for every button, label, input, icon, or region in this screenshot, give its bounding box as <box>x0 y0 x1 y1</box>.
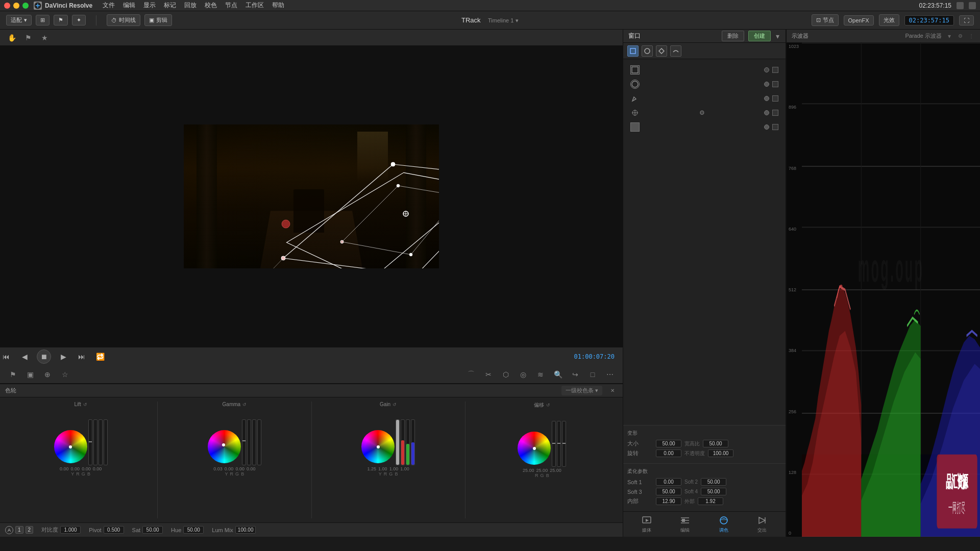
tracker-create-btn[interactable]: 创建 <box>748 31 771 41</box>
blur-tool[interactable]: ≋ <box>534 368 547 381</box>
prev-frame-btn[interactable]: ◀ <box>18 350 31 363</box>
tracker-delete-btn[interactable]: 删除 <box>722 31 744 41</box>
inner-value[interactable]: 12.90 <box>656 497 681 505</box>
menu-workspace[interactable]: 工作区 <box>246 1 264 10</box>
rect-tool-btn[interactable] <box>627 45 639 57</box>
sat-value[interactable]: 50.00 <box>142 526 163 534</box>
rotate-value[interactable]: 0.00 <box>656 449 681 457</box>
shape-checkbox-5[interactable] <box>772 124 778 130</box>
shape-toggle-1[interactable] <box>764 67 769 72</box>
hue-value[interactable]: 50.00 <box>183 526 204 534</box>
curve-tool-btn[interactable] <box>670 45 681 57</box>
workspace-selector[interactable]: 适配 ▾ <box>6 15 32 26</box>
output-tab-btn[interactable]: 交出 <box>757 515 767 534</box>
soft1-value[interactable]: 0.00 <box>656 478 681 486</box>
size-value-1[interactable]: 50.00 <box>656 440 681 447</box>
menu-mark[interactable]: 标记 <box>164 1 176 10</box>
media-tab-btn[interactable]: 媒体 <box>642 515 652 534</box>
star-tool-btn[interactable]: ★ <box>38 31 51 44</box>
filter-tool[interactable]: ⋯ <box>603 368 617 381</box>
copy-btn[interactable]: ⊕ <box>41 368 54 381</box>
diamond-tool-btn[interactable] <box>656 45 667 57</box>
tracker-tool[interactable]: ◎ <box>517 368 530 381</box>
menu-bar[interactable]: 文件 编辑 显示 标记 回放 校色 节点 工作区 帮助 <box>103 1 284 10</box>
shape-toggle-3[interactable] <box>764 96 769 101</box>
shape-item-rect[interactable] <box>627 63 781 77</box>
node-indicator-2[interactable]: 2 <box>26 526 34 534</box>
color-mode-selector[interactable]: 一级校色条 ▾ <box>561 386 602 395</box>
clips-btn[interactable]: ▣ <box>23 368 37 381</box>
offset-wheel[interactable] <box>518 432 551 465</box>
shape-item-pen[interactable] <box>627 92 781 105</box>
toolbar-star[interactable]: ✦ <box>72 15 86 26</box>
loop-btn[interactable]: 🔁 <box>94 350 106 363</box>
node-btn[interactable]: ⊡ 节点 <box>812 14 839 26</box>
shape-toggle-4[interactable] <box>764 110 769 115</box>
key-tool[interactable]: 🔍 <box>551 368 565 381</box>
stills-tool[interactable]: □ <box>586 368 599 381</box>
window-tool[interactable]: ⬡ <box>499 368 512 381</box>
lift-wheel[interactable] <box>54 430 87 463</box>
menu-color[interactable]: 校色 <box>205 1 217 10</box>
clip-btn[interactable]: ▣ 剪辑 <box>144 14 172 26</box>
openFX-btn[interactable]: OpenFX <box>844 15 874 26</box>
window-controls[interactable] <box>4 3 29 9</box>
flag-tool-btn[interactable]: ⚑ <box>21 31 35 44</box>
opacity-value[interactable]: 100.00 <box>708 449 733 457</box>
fullscreen-view-btn[interactable]: ⛶ <box>959 15 974 26</box>
shape-checkbox-3[interactable] <box>772 95 778 102</box>
shape-item-circle[interactable] <box>627 78 781 91</box>
menu-view[interactable]: 显示 <box>143 1 156 10</box>
menu-help[interactable]: 帮助 <box>272 1 284 10</box>
soft2-value[interactable]: 50.00 <box>701 478 726 486</box>
shape-item-tracker-point[interactable]: ⚙ <box>627 106 781 119</box>
grab-tool-btn[interactable]: ✋ <box>5 31 18 44</box>
nav-tool[interactable]: ↪ <box>569 368 582 381</box>
pivot-value[interactable]: 0.500 <box>104 526 124 534</box>
toolbar-flags[interactable]: ⚑ <box>54 15 68 26</box>
play-btn[interactable]: ▶ <box>57 350 69 363</box>
gamma-wheel[interactable] <box>208 430 241 463</box>
node-indicator-1[interactable]: 1 <box>15 526 23 534</box>
go-to-end-btn[interactable]: ⏭ <box>76 350 88 363</box>
scope-menu-btn[interactable]: ▾ <box>946 32 953 41</box>
shape-checkbox-2[interactable] <box>772 81 778 87</box>
minimize-button[interactable] <box>13 3 19 9</box>
toolbar-icons[interactable]: ⊞ <box>36 15 50 26</box>
menu-node[interactable]: 节点 <box>225 1 237 10</box>
scope-more-btn[interactable]: ⋮ <box>968 32 975 40</box>
soft3-value[interactable]: 50.00 <box>656 488 681 495</box>
shape-toggle-2[interactable] <box>764 82 769 87</box>
close-button[interactable] <box>4 3 10 9</box>
flag-grade-btn[interactable]: ⚑ <box>6 368 19 381</box>
shape-checkbox-1[interactable] <box>772 67 778 73</box>
size-value-2[interactable]: 50.00 <box>703 440 728 447</box>
curve-tool[interactable]: ⌒ <box>464 368 478 381</box>
lum-mix-value[interactable]: 100.00 <box>235 526 256 534</box>
shape-checkbox-4[interactable] <box>772 110 778 116</box>
node-indicator-a[interactable]: A <box>5 526 13 534</box>
window-btn-1[interactable] <box>957 2 964 9</box>
circle-tool-btn[interactable] <box>642 45 653 57</box>
fullscreen-button[interactable] <box>22 3 29 9</box>
outer-value[interactable]: 1.92 <box>698 497 723 505</box>
timeline-btn[interactable]: ⏱ 时间线 <box>107 14 140 26</box>
menu-file[interactable]: 文件 <box>103 1 115 10</box>
light-btn[interactable]: 光效 <box>879 14 899 26</box>
stop-btn[interactable]: ⏹ <box>37 349 51 364</box>
contrast-value[interactable]: 1.000 <box>60 526 81 534</box>
tracker-gear-icon[interactable]: ⚙ <box>699 109 705 116</box>
qualifier-tool[interactable]: ✂ <box>482 368 495 381</box>
soft4-value[interactable]: 50.00 <box>701 488 726 495</box>
shape-item-fill[interactable] <box>627 120 781 134</box>
edit-tab-btn[interactable]: 编辑 <box>680 515 690 534</box>
gain-wheel[interactable] <box>361 430 395 463</box>
close-color-panel[interactable]: ✕ <box>607 386 618 396</box>
window-btn-2[interactable] <box>969 2 976 9</box>
go-to-start-btn[interactable]: ⏮ <box>0 350 12 363</box>
scope-mode[interactable]: Parade 示波器 <box>905 32 942 40</box>
scope-settings-btn[interactable]: ⚙ <box>957 32 964 40</box>
tracker-menu-btn[interactable]: ▾ <box>775 31 780 41</box>
color-tab-btn[interactable]: 调色 <box>719 515 729 534</box>
menu-edit[interactable]: 编辑 <box>123 1 135 10</box>
